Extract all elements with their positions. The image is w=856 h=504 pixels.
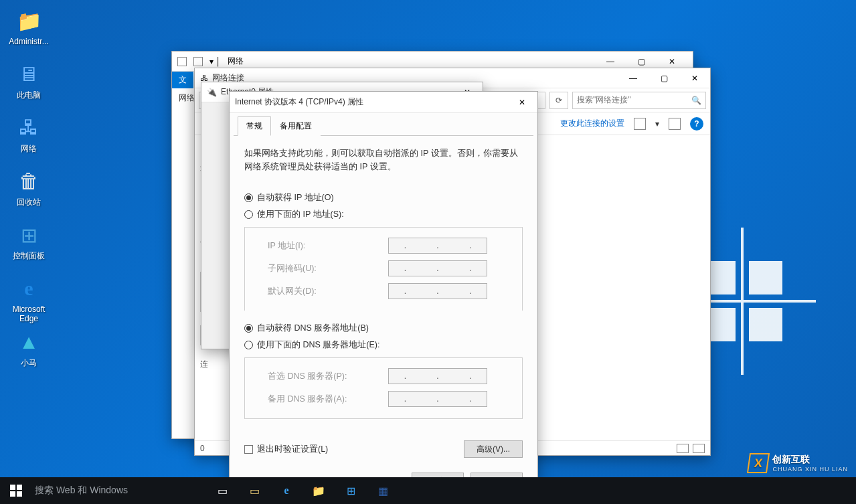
label-dns1: 首选 DNS 服务器(P): (268, 371, 388, 382)
label-dns2: 备用 DNS 服务器(A): (268, 394, 388, 405)
search-input[interactable]: 搜索"网络连接" 🔍 (572, 92, 706, 109)
svg-rect-0 (10, 485, 15, 490)
taskbar-app-store[interactable]: ⊞ (335, 477, 367, 504)
preview-pane-button[interactable] (669, 118, 681, 130)
tabs-sep: ▾ │ (209, 57, 221, 66)
radio-icon (244, 324, 253, 333)
view-dropdown[interactable] (634, 118, 646, 130)
description-text: 如果网络支持此功能，则可以获取自动指派的 IP 设置。否则，你需要从网络系统管理… (244, 147, 523, 173)
desktop-icons: 📁Administr... 🖥此电脑 🖧网络 🗑回收站 ⊞控制面板 eMicro… (3, 3, 54, 378)
maximize-button[interactable]: ▢ (649, 68, 679, 88)
view-large-icon[interactable] (693, 444, 705, 453)
radio-icon (244, 193, 253, 202)
checkbox-icon (244, 445, 253, 454)
taskbar-search[interactable]: 搜索 Web 和 Windows (32, 477, 206, 504)
refresh-button[interactable]: ⟳ (549, 92, 568, 109)
label-gateway: 默认网关(D): (268, 286, 388, 297)
desktop-icon-control-panel[interactable]: ⊞控制面板 (3, 218, 54, 271)
desktop-icon-this-pc[interactable]: 🖥此电脑 (3, 57, 54, 110)
tab-alternate[interactable]: 备用配置 (271, 116, 321, 136)
input-dns-secondary: ... (388, 391, 487, 407)
radio-icon (244, 341, 253, 349)
radio-icon (244, 210, 253, 219)
watermark-logo-icon: X (747, 453, 770, 473)
help-button[interactable]: ? (690, 117, 703, 131)
desktop-icon-network[interactable]: 🖧网络 (3, 110, 54, 164)
desktop-icon-edge[interactable]: eMicrosoft Edge (3, 271, 54, 325)
start-button[interactable] (0, 477, 32, 504)
svg-rect-3 (17, 491, 22, 497)
view-details-icon[interactable] (677, 444, 689, 453)
taskbar-app-explorer[interactable]: ▭ (238, 477, 270, 504)
label-ip: IP 地址(I): (268, 240, 388, 252)
taskbar-app-folder[interactable]: 📁 (303, 477, 335, 504)
label-mask: 子网掩码(U): (268, 263, 388, 274)
minimize-button[interactable]: — (618, 68, 649, 88)
tabs-icon[interactable] (193, 57, 203, 66)
input-dns-primary: ... (388, 368, 487, 384)
checkbox-validate[interactable]: 退出时验证设置(L) (244, 444, 328, 455)
close-button[interactable]: ✕ (507, 92, 537, 112)
file-tab[interactable]: 文 (172, 72, 193, 88)
watermark: X 创新互联 CHUANG XIN HU LIAN (748, 453, 848, 473)
taskbar: 搜索 Web 和 Windows ▭ ▭ e 📁 ⊞ ▦ (0, 477, 856, 504)
desktop-icon-xiaoma[interactable]: ▲小马 (3, 325, 54, 378)
radio-manual-dns[interactable]: 使用下面的 DNS 服务器地址(E): (244, 337, 523, 353)
window-title: 网络 (228, 56, 244, 67)
radio-auto-ip[interactable]: 自动获得 IP 地址(O) (244, 189, 523, 206)
task-view-button[interactable]: ▭ (206, 477, 238, 504)
search-icon: 🔍 (691, 96, 701, 105)
close-button[interactable]: ✕ (679, 68, 710, 88)
input-subnet-mask: ... (388, 260, 487, 276)
desktop-icon-recycle-bin[interactable]: 🗑回收站 (3, 164, 54, 218)
tab-general[interactable]: 常规 (238, 116, 271, 136)
ipv4-properties-dialog: Internet 协议版本 4 (TCP/IPv4) 属性 ✕ 常规 备用配置 … (229, 91, 538, 482)
input-ip-address: ... (388, 238, 487, 254)
advanced-button[interactable]: 高级(V)... (464, 440, 523, 458)
desktop-icon-administrator[interactable]: 📁Administr... (3, 3, 54, 57)
status-count-left: 0 (200, 444, 205, 453)
change-settings-link[interactable]: 更改此连接的设置 (560, 118, 624, 129)
radio-auto-dns[interactable]: 自动获得 DNS 服务器地址(B) (244, 320, 523, 337)
dialog-title: Internet 协议版本 4 (TCP/IPv4) 属性 (235, 96, 363, 108)
input-gateway: ... (388, 283, 487, 299)
taskbar-app-word[interactable]: ▦ (367, 477, 399, 504)
svg-rect-2 (10, 491, 15, 497)
adapter-icon: 🔌 (207, 88, 217, 97)
taskbar-app-edge[interactable]: e (270, 477, 303, 504)
radio-manual-ip[interactable]: 使用下面的 IP 地址(S): (244, 206, 523, 223)
svg-rect-1 (17, 485, 22, 490)
tabs-icon[interactable] (177, 57, 187, 66)
